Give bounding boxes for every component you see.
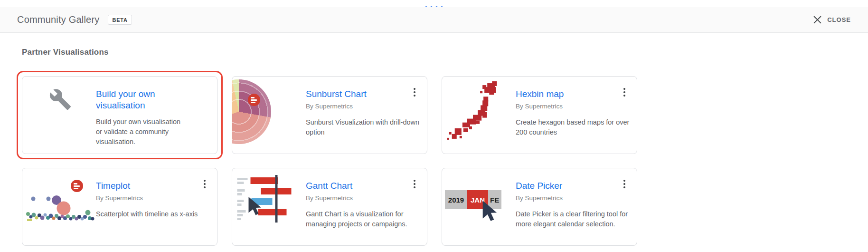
card-title-link[interactable]: Sunburst Chart bbox=[306, 88, 420, 100]
wrench-icon bbox=[22, 77, 94, 154]
cursor-icon bbox=[481, 201, 500, 221]
card-gantt-chart[interactable]: Gantt Chart By Supermetrics Gantt Chart … bbox=[232, 168, 427, 246]
card-description: Gantt Chart is a visualization for manag… bbox=[306, 209, 420, 229]
card-content: Build your own visualisation Build your … bbox=[96, 77, 217, 147]
card-wrap-gantt: Gantt Chart By Supermetrics Gantt Chart … bbox=[232, 168, 427, 246]
sunburst-graphic bbox=[232, 79, 271, 144]
card-byline: By Supermetrics bbox=[306, 194, 420, 202]
card-content: Sunburst Chart By Supermetrics Sunburst … bbox=[306, 77, 427, 137]
more-options-icon[interactable] bbox=[410, 178, 419, 190]
card-content: Hexbin map By Supermetrics Create hexago… bbox=[516, 77, 637, 137]
sunburst-chart-thumbnail bbox=[232, 77, 303, 154]
page-title: Community Gallery bbox=[17, 14, 99, 25]
card-wrap-hexbin: Hexbin map By Supermetrics Create hexago… bbox=[442, 76, 637, 154]
year-segment: 2019 bbox=[445, 190, 467, 209]
community-gallery-panel: { "header": { "title": "Community Galler… bbox=[0, 0, 868, 252]
section-title: Partner Visualisations bbox=[22, 48, 109, 57]
close-icon bbox=[813, 16, 821, 24]
card-wrap-date-picker: 2019 JAN FE Date Picker By Supermetrics … bbox=[442, 168, 637, 246]
card-build-your-own[interactable]: Build your own visualisation Build your … bbox=[22, 76, 217, 154]
card-byline: By Supermetrics bbox=[516, 194, 630, 202]
card-title-link[interactable]: Timeplot bbox=[96, 180, 210, 192]
card-byline: By Supermetrics bbox=[96, 194, 210, 202]
card-title-link[interactable]: Build your own visualisation bbox=[96, 88, 181, 111]
supermetrics-logo-icon bbox=[248, 94, 260, 106]
card-title-link[interactable]: Hexbin map bbox=[516, 88, 630, 100]
close-button[interactable]: CLOSE bbox=[813, 16, 851, 24]
date-picker-thumbnail: 2019 JAN FE bbox=[442, 168, 513, 245]
card-description: Date Picker is a clear filtering tool fo… bbox=[516, 209, 630, 229]
card-wrap-timeplot: Timeplot By Supermetrics Scatterplot wit… bbox=[22, 168, 217, 246]
gantt-chart-thumbnail bbox=[232, 168, 303, 245]
card-description: Sunburst Visualization with drill-down o… bbox=[306, 117, 420, 137]
japan-hexbin-map-thumbnail bbox=[442, 77, 513, 154]
card-description: Scatterplot with timeline as x-axis bbox=[96, 209, 210, 219]
more-options-icon[interactable] bbox=[620, 178, 629, 190]
card-content: Timeplot By Supermetrics Scatterplot wit… bbox=[96, 168, 217, 219]
supermetrics-logo-icon bbox=[71, 180, 83, 192]
card-hexbin-map[interactable]: Hexbin map By Supermetrics Create hexago… bbox=[442, 76, 637, 154]
card-title-link[interactable]: Date Picker bbox=[516, 180, 630, 192]
card-description: Build your own visualisation or validate… bbox=[96, 117, 187, 147]
gallery-header: Community Gallery BETA CLOSE bbox=[0, 7, 868, 33]
card-grid: Build your own visualisation Build your … bbox=[22, 76, 637, 246]
card-content: Date Picker By Supermetrics Date Picker … bbox=[516, 168, 637, 229]
card-wrap-build-your-own: Build your own visualisation Build your … bbox=[22, 76, 217, 154]
card-description: Create hexagon based maps for over 200 c… bbox=[516, 117, 630, 137]
card-wrap-sunburst: Sunburst Chart By Supermetrics Sunburst … bbox=[232, 76, 427, 154]
card-byline: By Supermetrics bbox=[306, 103, 420, 110]
card-sunburst-chart[interactable]: Sunburst Chart By Supermetrics Sunburst … bbox=[232, 76, 427, 154]
card-timeplot[interactable]: Timeplot By Supermetrics Scatterplot wit… bbox=[22, 168, 217, 246]
beta-badge: BETA bbox=[108, 15, 132, 25]
more-options-icon[interactable] bbox=[410, 86, 419, 98]
more-options-icon[interactable] bbox=[620, 86, 629, 98]
close-label: CLOSE bbox=[827, 16, 851, 23]
card-content: Gantt Chart By Supermetrics Gantt Chart … bbox=[306, 168, 427, 229]
more-options-icon[interactable] bbox=[200, 178, 209, 190]
card-date-picker[interactable]: 2019 JAN FE Date Picker By Supermetrics … bbox=[442, 168, 637, 246]
card-title-link[interactable]: Gantt Chart bbox=[306, 180, 420, 192]
card-byline: By Supermetrics bbox=[516, 103, 630, 110]
scatterplot-thumbnail bbox=[22, 168, 94, 245]
